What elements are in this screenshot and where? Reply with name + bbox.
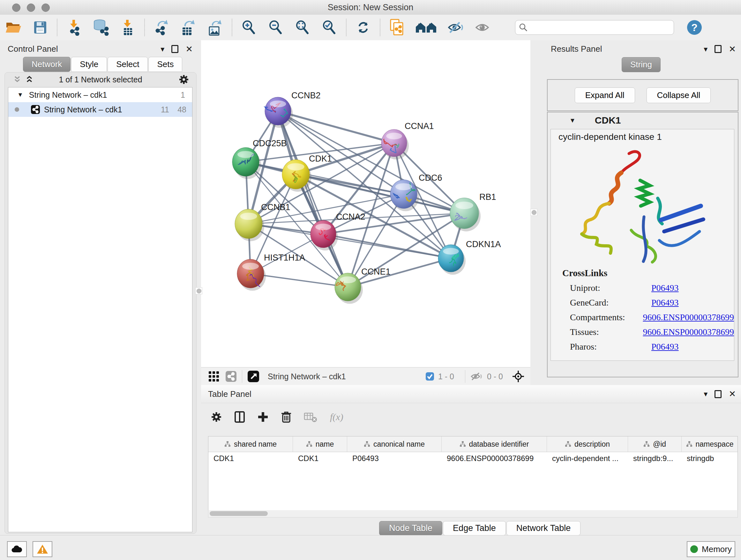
column-header-shared-name[interactable]: shared name [208, 436, 293, 452]
network-view-canvas[interactable]: CCNB2CCNA1CDC25BCDK1CDC6RB1CCNB1CCNA2CDK… [201, 40, 530, 367]
add-column-icon[interactable] [257, 411, 269, 423]
collapse-all-button[interactable]: Collapse All [647, 87, 711, 103]
scrollbar-thumb[interactable] [210, 511, 268, 516]
export-table-icon[interactable] [179, 18, 197, 37]
table-cell[interactable]: stringdb:9... [628, 454, 682, 463]
network-edge[interactable] [278, 111, 394, 143]
grid-view-icon[interactable] [208, 371, 219, 382]
open-session-icon[interactable] [4, 18, 22, 37]
tab-network-table[interactable]: Network Table [507, 521, 581, 536]
network-node-hist1h1a[interactable] [237, 259, 266, 291]
crosslink-link[interactable]: 9606.ENSP00000378699 [643, 312, 734, 322]
zoom-selected-icon[interactable] [320, 18, 338, 37]
table-row[interactable]: CDK1CDK1P064939606.ENSP00000378699cyclin… [208, 452, 738, 465]
panel-close-icon[interactable]: ✕ [729, 45, 736, 53]
help-icon[interactable]: ? [685, 18, 703, 37]
panel-collapse-icon[interactable]: ▾ [704, 390, 708, 398]
zoom-fit-icon[interactable] [293, 18, 312, 37]
panel-collapse-icon[interactable]: ▾ [160, 45, 164, 53]
zoom-out-icon[interactable] [267, 18, 285, 37]
table-panel-title: Table Panel [208, 389, 252, 399]
delete-column-icon[interactable] [281, 411, 292, 423]
zoom-in-icon[interactable] [240, 18, 258, 37]
search-field[interactable] [528, 23, 664, 32]
tab-network[interactable]: Network [23, 57, 71, 72]
fit-crosshair-icon[interactable] [512, 370, 525, 383]
hide-selected-icon[interactable] [447, 18, 465, 37]
show-columns-icon[interactable] [234, 411, 245, 423]
table-cell[interactable]: 9606.ENSP00000378699 [442, 454, 547, 463]
clone-network-icon[interactable] [388, 18, 406, 37]
network-node-cdkn1a[interactable] [438, 245, 466, 274]
selected-checkbox-icon[interactable] [425, 372, 434, 381]
node-label-ccne1: CCNE1 [361, 267, 391, 276]
left-splitter-handle[interactable] [195, 287, 202, 294]
table-cell[interactable]: stringdb [682, 454, 738, 463]
node-label-ccnb1: CCNB1 [261, 202, 290, 212]
crosslink-link[interactable]: P06493 [651, 298, 679, 308]
network-node-ccnb2[interactable] [265, 97, 293, 128]
column-header-canonical-name[interactable]: canonical name [347, 436, 442, 452]
column-header-description[interactable]: description [547, 436, 628, 452]
right-splitter-handle[interactable] [530, 209, 537, 216]
panel-float-icon[interactable] [715, 45, 722, 53]
tab-edge-table[interactable]: Edge Table [443, 521, 506, 536]
column-header-id[interactable]: @id [628, 436, 682, 452]
tab-select[interactable]: Select [108, 57, 148, 72]
hidden-eye-icon[interactable] [470, 371, 483, 381]
warnings-button[interactable] [32, 541, 52, 557]
crosslink-link[interactable]: P06493 [651, 283, 679, 293]
table-horizontal-scrollbar[interactable] [208, 510, 738, 517]
network-label: String Network – cdk1 [44, 105, 122, 114]
network-node-ccnb1[interactable] [235, 209, 264, 241]
tab-sets[interactable]: Sets [148, 57, 182, 72]
search-input[interactable] [515, 20, 674, 35]
export-network-icon[interactable] [152, 18, 171, 37]
network-node-cdc25b[interactable] [232, 147, 261, 179]
import-table-file-icon[interactable] [119, 18, 137, 37]
crosslink-link[interactable]: P06493 [651, 341, 679, 352]
crosslinks-title: CrossLinks [562, 268, 734, 278]
panel-close-icon[interactable]: ✕ [729, 390, 736, 398]
tab-style[interactable]: Style [71, 57, 107, 72]
crosslinks-section: CrossLinks Uniprot:P06493GeneCard:P06493… [551, 268, 734, 356]
cloud-button[interactable] [7, 541, 27, 557]
table-cell[interactable]: cyclin-dependent ... [547, 454, 628, 463]
tab-string[interactable]: String [622, 57, 661, 72]
column-header-namespace[interactable]: namespace [682, 436, 738, 452]
birdseye-view-icon[interactable] [247, 370, 259, 382]
network-node-cdk1[interactable] [282, 160, 312, 192]
share-view-icon[interactable] [225, 371, 237, 382]
network-row[interactable]: String Network – cdk1 11 48 [8, 102, 192, 117]
export-image-icon[interactable] [206, 18, 224, 37]
panel-collapse-icon[interactable]: ▾ [704, 45, 708, 53]
column-header-name[interactable]: name [293, 436, 347, 452]
panel-close-icon[interactable]: ✕ [185, 45, 193, 53]
network-options-gear-icon[interactable] [179, 74, 189, 85]
refresh-icon[interactable] [354, 18, 372, 37]
show-all-icon[interactable] [474, 18, 491, 37]
network-node-ccne1[interactable] [335, 273, 363, 304]
table-cell[interactable]: CDK1 [293, 454, 347, 463]
expand-all-button[interactable]: Expand All [575, 87, 635, 103]
network-node-rb1[interactable] [450, 198, 481, 232]
table-gear-icon[interactable] [211, 411, 222, 423]
table-cell[interactable]: P06493 [347, 454, 442, 463]
panel-float-icon[interactable] [172, 45, 179, 53]
crosslink-link[interactable]: 9606.ENSP00000378699 [643, 327, 734, 337]
network-collection-row[interactable]: ▼ String Network – cdk1 1 [8, 87, 192, 102]
tab-node-table[interactable]: Node Table [379, 521, 442, 536]
gene-expander-icon[interactable]: ▼ [569, 117, 576, 124]
import-network-database-icon[interactable] [92, 18, 110, 37]
column-header-database-identifier[interactable]: database identifier [442, 436, 547, 452]
memory-button[interactable]: Memory [687, 541, 735, 557]
gene-description: cyclin-dependent kinase 1 [558, 132, 662, 142]
panel-float-icon[interactable] [715, 390, 722, 398]
import-network-file-icon[interactable] [65, 18, 83, 37]
network-edge[interactable] [323, 234, 451, 258]
status-bar: Memory [0, 535, 741, 560]
first-neighbors-icon[interactable] [415, 18, 438, 37]
table-cell[interactable]: CDK1 [208, 454, 293, 463]
save-session-icon[interactable] [31, 18, 49, 37]
tree-expander-icon[interactable]: ▼ [17, 91, 23, 98]
